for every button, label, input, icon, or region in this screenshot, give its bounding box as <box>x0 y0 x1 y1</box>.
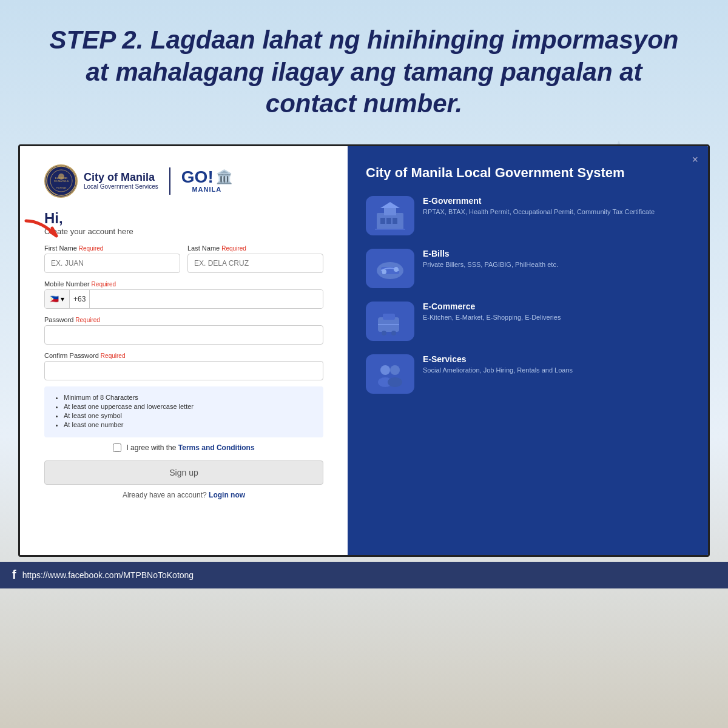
greeting-area: Hi, Create your account here <box>44 210 323 236</box>
svg-rect-12 <box>380 218 385 224</box>
service-icon <box>369 251 411 287</box>
password-hints: Minimum of 8 CharactersAt least one uppe… <box>44 386 323 437</box>
service-description: Private Billers, SSS, PAGIBIG, PhilHealt… <box>423 260 558 269</box>
left-panel: LUNGSOD NG MAYNILA PILIPINAS City of Man… <box>20 146 348 555</box>
first-name-group: First NameRequired <box>44 244 180 273</box>
logo-area: LUNGSOD NG MAYNILA PILIPINAS City of Man… <box>44 164 323 198</box>
terms-label[interactable]: I agree with the Terms and Conditions <box>126 443 254 452</box>
first-name-input[interactable] <box>44 254 180 273</box>
service-icon <box>369 198 411 234</box>
greeting-hi: Hi, <box>44 210 323 227</box>
svg-rect-17 <box>375 229 405 230</box>
service-icon-box <box>366 196 414 235</box>
signup-button[interactable]: Sign up <box>44 460 323 485</box>
service-name: E-Commerce <box>423 302 561 311</box>
logo-subtitle: Local Government Services <box>84 183 158 190</box>
svg-point-21 <box>394 267 399 272</box>
phone-prefix: +63 <box>70 290 90 308</box>
service-icon-box <box>366 302 414 341</box>
logo-go-section: GO! 🏛️ MANILA <box>181 169 232 193</box>
greeting-subtitle: Create your account here <box>44 227 323 236</box>
service-item: E-Government RPTAX, BTAX, Health Permit,… <box>366 196 690 235</box>
header-section: STEP 2. Lagdaan lahat ng hinihinging imp… <box>0 0 728 138</box>
mobile-label: Mobile NumberRequired <box>44 280 323 288</box>
service-icon <box>369 356 411 393</box>
first-name-label: First NameRequired <box>44 244 180 252</box>
svg-rect-14 <box>393 218 397 224</box>
right-panel: × City of Manila Local Government System… <box>348 146 708 555</box>
last-name-input[interactable] <box>187 254 323 273</box>
svg-point-9 <box>58 174 64 180</box>
service-name: E-Services <box>423 354 573 364</box>
terms-row: I agree with the Terms and Conditions <box>44 443 323 452</box>
facebook-icon: f <box>12 568 16 582</box>
service-item: E-Services Social Amelioration, Job Hiri… <box>366 354 690 394</box>
footer-bar: f https://www.facebook.com/MTPBNoToKoton… <box>0 562 728 588</box>
red-arrow <box>23 215 66 245</box>
service-icon-box <box>366 354 414 394</box>
service-text: E-Government RPTAX, BTAX, Health Permit,… <box>423 196 655 217</box>
service-text: E-Commerce E-Kitchen, E-Market, E-Shoppi… <box>423 302 561 322</box>
close-button[interactable]: × <box>692 153 698 166</box>
svg-point-20 <box>382 269 386 274</box>
service-item: E-Bills Private Billers, SSS, PAGIBIG, P… <box>366 249 690 288</box>
logo-manila-text: MANILA <box>192 186 221 193</box>
service-item: E-Commerce E-Kitchen, E-Market, E-Shoppi… <box>366 302 690 341</box>
footer-url: https://www.facebook.com/MTPBNoToKotong <box>22 570 194 580</box>
mobile-input[interactable] <box>90 290 323 308</box>
hint-item: Minimum of 8 Characters <box>64 394 314 401</box>
service-icon <box>369 303 411 340</box>
city-seal: LUNGSOD NG MAYNILA PILIPINAS <box>44 164 78 198</box>
confirm-password-group: Confirm PasswordRequired <box>44 352 323 380</box>
password-label: PasswordRequired <box>44 316 323 323</box>
name-row: First NameRequired Last NameRequired <box>44 244 323 273</box>
logo-divider <box>169 167 170 195</box>
svg-point-29 <box>388 377 402 387</box>
service-name: E-Government <box>423 196 655 206</box>
page-title: STEP 2. Lagdaan lahat ng hinihinging imp… <box>49 24 679 120</box>
login-link[interactable]: Login now <box>209 491 245 499</box>
svg-point-25 <box>391 331 396 335</box>
mobile-group: Mobile NumberRequired 🇵🇭 ▾ +63 <box>44 280 323 309</box>
svg-text:PILIPINAS: PILIPINAS <box>56 187 66 189</box>
confirm-password-input[interactable] <box>44 361 323 380</box>
hint-item: At least one symbol <box>64 412 314 419</box>
service-text: E-Services Social Amelioration, Job Hiri… <box>423 354 573 375</box>
service-description: E-Kitchen, E-Market, E-Shopping, E-Deliv… <box>423 313 561 322</box>
service-icon-box <box>366 249 414 288</box>
hint-item: At least one uppercase and lowercase let… <box>64 403 314 410</box>
main-content: LUNGSOD NG MAYNILA PILIPINAS City of Man… <box>18 144 710 557</box>
svg-rect-13 <box>386 218 391 224</box>
terms-checkbox[interactable] <box>113 443 121 452</box>
hints-list: Minimum of 8 CharactersAt least one uppe… <box>54 394 314 428</box>
svg-rect-23 <box>383 314 395 320</box>
manila-icon: 🏛️ <box>216 169 232 185</box>
chevron-down-icon: ▾ <box>61 295 64 303</box>
svg-point-26 <box>380 365 390 375</box>
service-text: E-Bills Private Billers, SSS, PAGIBIG, P… <box>423 249 558 269</box>
svg-point-24 <box>382 331 386 335</box>
svg-marker-16 <box>380 202 400 208</box>
svg-text:NG MAYNILA: NG MAYNILA <box>53 180 69 183</box>
last-name-group: Last NameRequired <box>187 244 323 273</box>
services-list: E-Government RPTAX, BTAX, Health Permit,… <box>366 196 690 394</box>
signup-form: First NameRequired Last NameRequired Mob… <box>44 244 323 499</box>
phone-row: 🇵🇭 ▾ +63 <box>44 289 323 309</box>
confirm-password-label: Confirm PasswordRequired <box>44 352 323 359</box>
svg-rect-15 <box>384 207 396 215</box>
service-description: RPTAX, BTAX, Health Permit, Occupational… <box>423 207 655 217</box>
logo-go-text: GO! <box>181 169 214 186</box>
last-name-label: Last NameRequired <box>187 244 323 252</box>
right-panel-title: City of Manila Local Government System <box>366 164 690 182</box>
password-input[interactable] <box>44 325 323 345</box>
password-group: PasswordRequired <box>44 316 323 345</box>
hint-item: At least one number <box>64 421 314 428</box>
logo-text: City of Manila Local Government Services <box>84 172 158 190</box>
phone-flag[interactable]: 🇵🇭 ▾ <box>45 290 70 308</box>
svg-point-27 <box>390 365 400 375</box>
service-description: Social Amelioration, Job Hiring, Rentals… <box>423 366 573 375</box>
logo-city-name: City of Manila <box>84 172 158 184</box>
service-name: E-Bills <box>423 249 558 258</box>
login-link-area: Already have an account? Login now <box>44 491 323 499</box>
